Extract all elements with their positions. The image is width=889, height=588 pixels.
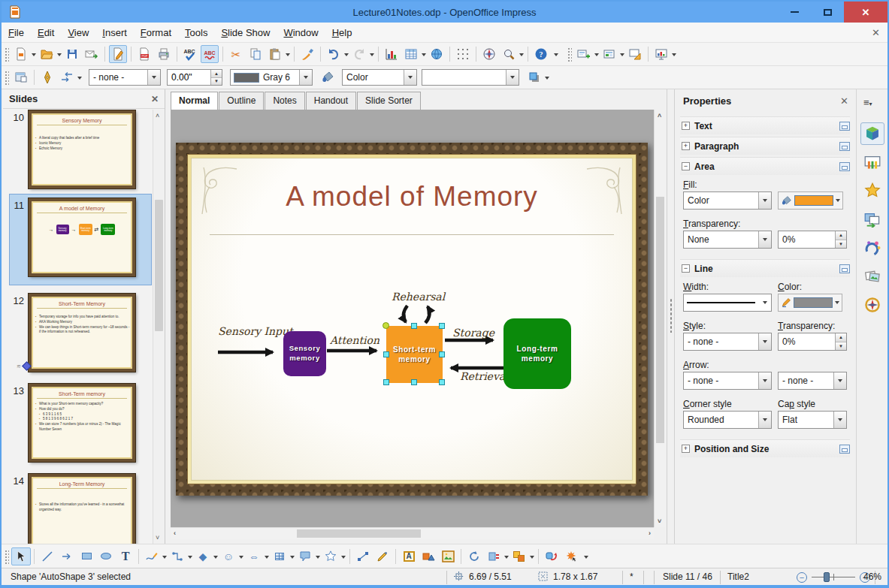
arrow-style-icon[interactable] (58, 68, 76, 86)
scroll-up-icon[interactable]: ˄ (156, 112, 159, 119)
slide-show-icon[interactable] (652, 45, 670, 63)
tab-notes[interactable]: Notes (265, 92, 304, 110)
corner-style-select[interactable]: Rounded (683, 411, 772, 429)
navigator-tab-icon[interactable] (860, 294, 884, 316)
slide-transition-tab-icon[interactable] (860, 208, 884, 231)
slide-thumb-14[interactable]: 14 Long-Term Memory Stores all the infor… (3, 474, 152, 544)
presentation-toolbar-handle[interactable] (567, 47, 572, 62)
styles-formatting-icon[interactable] (12, 68, 30, 86)
line-color-picker[interactable] (778, 294, 842, 312)
rectangle-tool-icon[interactable] (77, 547, 96, 565)
slides-panel-close-icon[interactable]: ✕ (151, 94, 159, 104)
fill-color-select[interactable] (422, 69, 519, 86)
gallery-icon[interactable] (419, 547, 438, 565)
scrollbar-thumb[interactable] (297, 529, 421, 538)
rotate-icon[interactable] (464, 547, 484, 565)
new-document-icon[interactable] (12, 45, 30, 63)
block-arrows-dropdown[interactable] (265, 556, 269, 561)
vertical-scrollbar[interactable]: ˄ ˅ (654, 110, 666, 527)
menu-help[interactable]: Help (325, 24, 359, 41)
rotate-handle[interactable] (383, 322, 389, 329)
scroll-left-icon[interactable]: ‹ (174, 529, 176, 537)
format-paintbrush-icon[interactable] (298, 45, 316, 63)
undo-icon[interactable] (325, 45, 343, 63)
menu-slideshow[interactable]: Slide Show (214, 24, 277, 41)
resize-handle-bottom-left[interactable] (383, 379, 389, 385)
curve-tool-icon[interactable] (142, 547, 162, 565)
properties-tab-icon[interactable] (860, 122, 884, 145)
export-pdf-icon[interactable]: PDF (135, 45, 153, 63)
zoom-slider-thumb[interactable] (824, 572, 830, 582)
section-line[interactable]: −Line (680, 259, 850, 277)
presentation-toolbar-overflow[interactable] (672, 53, 676, 59)
animation-effects-icon[interactable] (561, 547, 581, 565)
zoom-icon[interactable] (500, 45, 518, 63)
zoom-percent[interactable]: 46% (863, 571, 881, 582)
fontwork-gallery-icon[interactable]: A (399, 547, 419, 565)
zoom-out-button[interactable]: − (797, 572, 807, 583)
alignment-icon[interactable] (484, 547, 503, 565)
close-document-icon[interactable]: ✕ (872, 27, 880, 38)
node-sensory-memory[interactable]: Sensory memory (283, 331, 326, 376)
curve-dropdown[interactable] (162, 556, 167, 561)
interaction-icon[interactable] (542, 547, 561, 565)
animation-indicator[interactable]: ≋ (17, 363, 30, 369)
scrollbar-thumb[interactable] (155, 200, 163, 331)
resize-handle-top-right[interactable] (439, 323, 445, 329)
section-paragraph[interactable]: +Paragraph (680, 137, 850, 155)
arrange-icon[interactable] (510, 547, 529, 565)
fill-type-select[interactable]: Color (683, 191, 772, 210)
drawing-toolbar-overflow[interactable] (584, 556, 588, 561)
menu-insert[interactable]: Insert (95, 24, 134, 41)
basic-shapes-icon[interactable]: ◆ (193, 547, 213, 565)
paragraph-dialog-launcher-icon[interactable] (839, 142, 850, 151)
connector-tool-icon[interactable] (168, 547, 187, 565)
horizontal-scrollbar[interactable]: ‹ › (171, 527, 654, 539)
text-dialog-launcher-icon[interactable] (839, 122, 850, 131)
arrow-tool-icon[interactable] (57, 547, 77, 565)
flowchart-dropdown[interactable] (290, 556, 295, 561)
line-color-select[interactable]: Gray 6 (230, 69, 313, 86)
line-tool-icon[interactable] (38, 547, 57, 565)
flowchart-icon[interactable] (270, 547, 289, 565)
slide-layout-dropdown[interactable] (620, 53, 624, 59)
menu-edit[interactable]: Edit (31, 24, 61, 41)
chart-icon[interactable] (383, 45, 401, 63)
arrow-end-select[interactable]: - none - (778, 372, 847, 390)
label-storage[interactable]: Storage (452, 327, 494, 339)
slide-workspace[interactable]: A model of Memory (171, 110, 654, 527)
scroll-down-icon[interactable]: ˅ (658, 517, 661, 525)
email-icon[interactable] (83, 45, 101, 63)
menu-file[interactable]: File (2, 24, 31, 41)
callouts-dropdown[interactable] (316, 556, 320, 561)
new-slide-dropdown[interactable] (594, 53, 599, 59)
line-style-select[interactable]: - none - (683, 333, 772, 351)
scroll-right-icon[interactable]: › (649, 529, 651, 537)
transparency-spinner[interactable]: 0%▲▼ (778, 231, 847, 249)
stars-icon[interactable] (321, 547, 340, 565)
line-dialog-icon[interactable] (38, 68, 56, 86)
new-dropdown[interactable] (32, 53, 36, 59)
symbol-shapes-dropdown[interactable] (239, 556, 243, 561)
arrow-start-select[interactable]: - none - (683, 372, 772, 390)
possize-dialog-launcher-icon[interactable] (839, 445, 850, 454)
cut-icon[interactable]: ✂ (227, 45, 245, 63)
label-retrieval[interactable]: Retrieval (460, 370, 509, 382)
scroll-up-icon[interactable]: ˄ (658, 112, 661, 119)
help-icon[interactable]: ? (532, 45, 550, 63)
paste-icon[interactable] (266, 45, 284, 63)
drawing-toolbar-handle[interactable] (4, 549, 9, 564)
slides-panel-scrollbar[interactable]: ˄ ˅ (153, 110, 165, 544)
auto-spellcheck-icon[interactable]: ABC (201, 45, 219, 63)
lf-toolbar-handle[interactable] (4, 70, 9, 85)
area-dialog-icon[interactable] (319, 68, 337, 86)
lf-toolbar-overflow[interactable] (545, 77, 549, 82)
tab-slide-sorter[interactable]: Slide Sorter (357, 92, 421, 110)
new-slide-icon[interactable] (575, 45, 593, 63)
slide-layout-icon[interactable] (600, 45, 618, 63)
node-short-term-memory[interactable]: Short-term memory (386, 326, 443, 383)
select-tool-icon[interactable] (11, 547, 31, 565)
sidebar-menu-icon[interactable]: ≡▾ (863, 97, 872, 108)
resize-handle-bottom-right[interactable] (439, 379, 445, 385)
menu-tools[interactable]: Tools (178, 24, 214, 41)
